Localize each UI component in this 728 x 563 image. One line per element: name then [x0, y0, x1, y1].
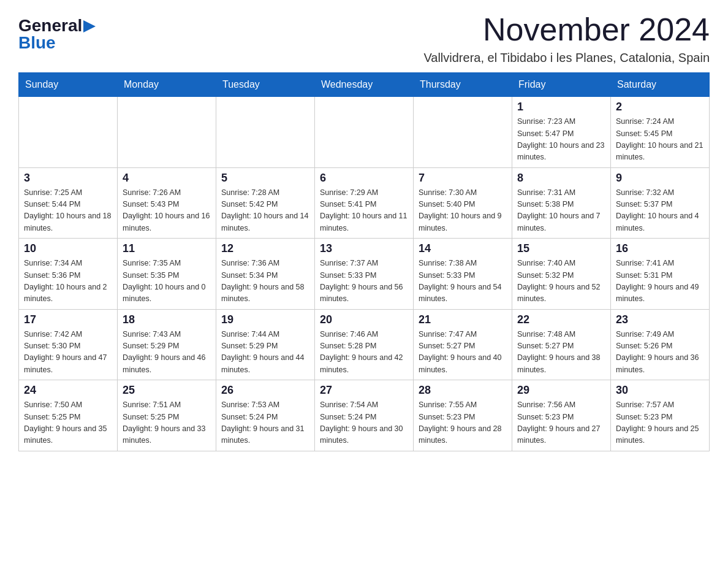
calendar-table: SundayMondayTuesdayWednesdayThursdayFrid… [18, 72, 710, 451]
header-wednesday: Wednesday [315, 73, 414, 97]
calendar-week-row: 17Sunrise: 7:42 AMSunset: 5:30 PMDayligh… [19, 309, 710, 380]
logo-blue-text: Blue [18, 34, 56, 52]
day-info: Sunrise: 7:32 AMSunset: 5:37 PMDaylight:… [616, 187, 704, 235]
day-number: 20 [320, 313, 408, 326]
day-number: 30 [616, 384, 704, 397]
day-info: Sunrise: 7:57 AMSunset: 5:23 PMDaylight:… [616, 399, 704, 447]
day-number: 28 [419, 384, 507, 397]
header-saturday: Saturday [611, 73, 710, 97]
header-thursday: Thursday [414, 73, 512, 97]
logo: General Blue [18, 17, 96, 52]
day-info: Sunrise: 7:25 AMSunset: 5:44 PMDaylight:… [24, 187, 112, 235]
day-number: 13 [320, 242, 408, 255]
title-section: November 2024 Vallvidrera, el Tibidabo i… [423, 12, 710, 65]
day-number: 9 [616, 172, 704, 185]
calendar-cell: 3Sunrise: 7:25 AMSunset: 5:44 PMDaylight… [19, 167, 118, 239]
day-info: Sunrise: 7:40 AMSunset: 5:32 PMDaylight:… [517, 258, 605, 305]
day-info: Sunrise: 7:56 AMSunset: 5:23 PMDaylight:… [517, 399, 605, 447]
day-info: Sunrise: 7:38 AMSunset: 5:33 PMDaylight:… [419, 258, 507, 305]
calendar-cell: 26Sunrise: 7:53 AMSunset: 5:24 PMDayligh… [216, 380, 315, 451]
day-number: 27 [320, 384, 408, 397]
day-number: 12 [221, 242, 309, 255]
calendar-cell: 12Sunrise: 7:36 AMSunset: 5:34 PMDayligh… [216, 239, 315, 310]
calendar-cell: 16Sunrise: 7:41 AMSunset: 5:31 PMDayligh… [611, 239, 710, 310]
day-number: 5 [221, 172, 309, 185]
header-sunday: Sunday [19, 73, 118, 97]
day-info: Sunrise: 7:54 AMSunset: 5:24 PMDaylight:… [320, 399, 408, 447]
calendar-cell [414, 97, 512, 168]
day-info: Sunrise: 7:55 AMSunset: 5:23 PMDaylight:… [419, 399, 507, 447]
calendar-cell [19, 97, 118, 168]
day-number: 17 [24, 313, 112, 326]
calendar-cell [315, 97, 414, 168]
calendar-cell: 21Sunrise: 7:47 AMSunset: 5:27 PMDayligh… [414, 309, 512, 380]
calendar-cell: 8Sunrise: 7:31 AMSunset: 5:38 PMDaylight… [512, 167, 611, 239]
calendar-cell [216, 97, 315, 168]
calendar-cell: 19Sunrise: 7:44 AMSunset: 5:29 PMDayligh… [216, 309, 315, 380]
calendar-cell: 22Sunrise: 7:48 AMSunset: 5:27 PMDayligh… [512, 309, 611, 380]
calendar-week-row: 10Sunrise: 7:34 AMSunset: 5:36 PMDayligh… [19, 239, 710, 310]
header-monday: Monday [118, 73, 216, 97]
calendar-cell: 28Sunrise: 7:55 AMSunset: 5:23 PMDayligh… [414, 380, 512, 451]
day-info: Sunrise: 7:49 AMSunset: 5:26 PMDaylight:… [616, 329, 704, 377]
day-number: 1 [517, 101, 605, 113]
day-number: 24 [24, 384, 112, 397]
day-number: 22 [517, 313, 605, 326]
calendar-cell: 24Sunrise: 7:50 AMSunset: 5:25 PMDayligh… [19, 380, 118, 451]
day-number: 19 [221, 313, 309, 326]
page-header: General Blue November 2024 Vallvidrera, … [18, 12, 710, 65]
day-number: 11 [123, 242, 211, 255]
calendar-week-row: 24Sunrise: 7:50 AMSunset: 5:25 PMDayligh… [19, 380, 710, 451]
day-info: Sunrise: 7:41 AMSunset: 5:31 PMDaylight:… [616, 258, 704, 305]
logo-arrow-icon [83, 20, 96, 33]
day-info: Sunrise: 7:26 AMSunset: 5:43 PMDaylight:… [123, 187, 211, 235]
day-info: Sunrise: 7:35 AMSunset: 5:35 PMDaylight:… [123, 258, 211, 305]
calendar-cell: 2Sunrise: 7:24 AMSunset: 5:45 PMDaylight… [611, 97, 710, 168]
calendar-cell: 20Sunrise: 7:46 AMSunset: 5:28 PMDayligh… [315, 309, 414, 380]
calendar-cell: 18Sunrise: 7:43 AMSunset: 5:29 PMDayligh… [118, 309, 216, 380]
day-info: Sunrise: 7:50 AMSunset: 5:25 PMDaylight:… [24, 399, 112, 447]
day-number: 15 [517, 242, 605, 255]
day-number: 25 [123, 384, 211, 397]
day-number: 8 [517, 172, 605, 185]
calendar-cell: 4Sunrise: 7:26 AMSunset: 5:43 PMDaylight… [118, 167, 216, 239]
day-info: Sunrise: 7:23 AMSunset: 5:47 PMDaylight:… [517, 116, 605, 164]
location-title: Vallvidrera, el Tibidabo i les Planes, C… [423, 51, 710, 65]
calendar-cell: 27Sunrise: 7:54 AMSunset: 5:24 PMDayligh… [315, 380, 414, 451]
day-number: 18 [123, 313, 211, 326]
day-number: 14 [419, 242, 507, 255]
calendar-cell: 29Sunrise: 7:56 AMSunset: 5:23 PMDayligh… [512, 380, 611, 451]
calendar-cell [118, 97, 216, 168]
day-info: Sunrise: 7:24 AMSunset: 5:45 PMDaylight:… [616, 116, 704, 164]
day-number: 6 [320, 172, 408, 185]
calendar-cell: 23Sunrise: 7:49 AMSunset: 5:26 PMDayligh… [611, 309, 710, 380]
calendar-cell: 7Sunrise: 7:30 AMSunset: 5:40 PMDaylight… [414, 167, 512, 239]
day-number: 7 [419, 172, 507, 185]
day-info: Sunrise: 7:46 AMSunset: 5:28 PMDaylight:… [320, 329, 408, 377]
day-info: Sunrise: 7:48 AMSunset: 5:27 PMDaylight:… [517, 329, 605, 377]
day-number: 16 [616, 242, 704, 255]
day-number: 23 [616, 313, 704, 326]
calendar-cell: 9Sunrise: 7:32 AMSunset: 5:37 PMDaylight… [611, 167, 710, 239]
header-friday: Friday [512, 73, 611, 97]
calendar-cell: 30Sunrise: 7:57 AMSunset: 5:23 PMDayligh… [611, 380, 710, 451]
calendar-cell: 11Sunrise: 7:35 AMSunset: 5:35 PMDayligh… [118, 239, 216, 310]
calendar-cell: 13Sunrise: 7:37 AMSunset: 5:33 PMDayligh… [315, 239, 414, 310]
calendar-cell: 17Sunrise: 7:42 AMSunset: 5:30 PMDayligh… [19, 309, 118, 380]
calendar-cell: 25Sunrise: 7:51 AMSunset: 5:25 PMDayligh… [118, 380, 216, 451]
day-number: 2 [616, 101, 704, 113]
header-tuesday: Tuesday [216, 73, 315, 97]
calendar-cell: 14Sunrise: 7:38 AMSunset: 5:33 PMDayligh… [414, 239, 512, 310]
day-info: Sunrise: 7:28 AMSunset: 5:42 PMDaylight:… [221, 187, 309, 235]
day-number: 10 [24, 242, 112, 255]
day-info: Sunrise: 7:36 AMSunset: 5:34 PMDaylight:… [221, 258, 309, 305]
day-number: 3 [24, 172, 112, 185]
day-info: Sunrise: 7:37 AMSunset: 5:33 PMDaylight:… [320, 258, 408, 305]
day-info: Sunrise: 7:30 AMSunset: 5:40 PMDaylight:… [419, 187, 507, 235]
calendar-week-row: 3Sunrise: 7:25 AMSunset: 5:44 PMDaylight… [19, 167, 710, 239]
day-info: Sunrise: 7:53 AMSunset: 5:24 PMDaylight:… [221, 399, 309, 447]
day-info: Sunrise: 7:31 AMSunset: 5:38 PMDaylight:… [517, 187, 605, 235]
calendar-week-row: 1Sunrise: 7:23 AMSunset: 5:47 PMDaylight… [19, 97, 710, 168]
day-number: 4 [123, 172, 211, 185]
svg-marker-0 [83, 20, 96, 33]
